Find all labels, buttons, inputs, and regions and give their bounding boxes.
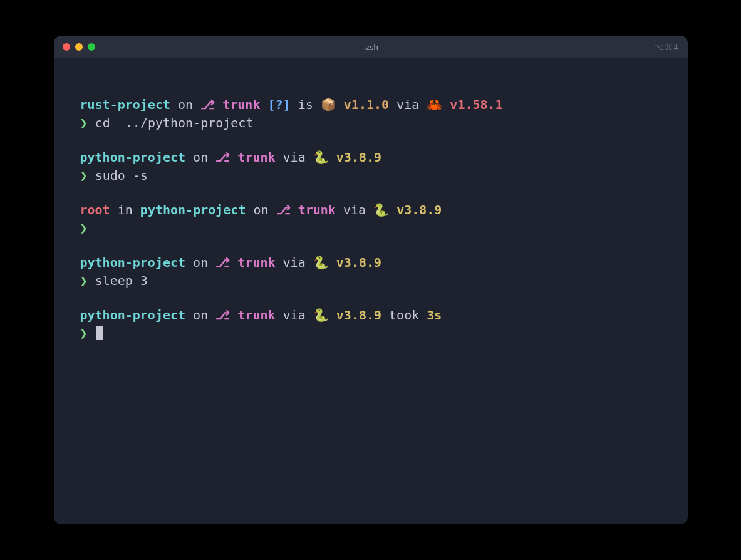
shortcut-hint: ⌥⌘4 bbox=[655, 43, 678, 52]
segment-gicon: ⎇ bbox=[215, 150, 237, 165]
command-text: sudo -s bbox=[88, 168, 148, 183]
zoom-icon[interactable] bbox=[88, 43, 95, 51]
segment-muted: on bbox=[185, 255, 215, 270]
segment-muted bbox=[260, 97, 267, 112]
prompt-block: python-project on ⎇ trunk via 🐍 v3.8.9 t… bbox=[80, 306, 661, 343]
segment-ver-r: v1.58.1 bbox=[450, 97, 502, 112]
segment-gicon: ⎇ bbox=[215, 308, 237, 323]
segment-muted: via bbox=[276, 308, 313, 323]
command-text bbox=[88, 326, 95, 341]
prompt-block: python-project on ⎇ trunk via 🐍 v3.8.9❯ … bbox=[80, 254, 661, 290]
segment-muted: on bbox=[170, 97, 200, 112]
segment-muted: on bbox=[246, 202, 276, 217]
segment-muted: on bbox=[185, 150, 215, 165]
segment-dir: python-project bbox=[140, 202, 246, 217]
prompt-context-line: python-project on ⎇ trunk via 🐍 v3.8.9 bbox=[80, 254, 661, 272]
command-line[interactable]: ❯ bbox=[80, 219, 661, 237]
segment-branch: trunk bbox=[237, 255, 275, 270]
segment-ver-y: v3.8.9 bbox=[336, 308, 381, 323]
command-text: sleep 3 bbox=[88, 273, 148, 288]
command-line[interactable]: ❯ sudo -s bbox=[80, 167, 661, 185]
prompt-block: rust-project on ⎇ trunk [?] is 📦 v1.1.0 … bbox=[80, 96, 661, 132]
segment-branch: trunk bbox=[222, 97, 260, 112]
prompt-symbol: ❯ bbox=[80, 220, 88, 236]
segment-ver-y: v3.8.9 bbox=[396, 202, 442, 217]
segment-muted: on bbox=[185, 308, 215, 323]
segment-root: root bbox=[80, 202, 110, 217]
segment-gicon: ⎇ bbox=[215, 255, 237, 270]
segment-gicon: ⎇ bbox=[276, 202, 298, 217]
prompt-block: root in python-project on ⎇ trunk via 🐍 … bbox=[80, 201, 661, 237]
segment-muted: via bbox=[276, 150, 313, 165]
terminal-window: -zsh ⌥⌘4 rust-project on ⎇ trunk [?] is … bbox=[54, 36, 688, 524]
segment-ver-y: v3.8.9 bbox=[336, 150, 381, 165]
command-line[interactable]: ❯ bbox=[80, 324, 661, 343]
command-line[interactable]: ❯ sleep 3 bbox=[80, 272, 661, 290]
segment-brack: [?] bbox=[267, 97, 290, 112]
segment-muted: via bbox=[276, 255, 313, 270]
window-title: -zsh bbox=[54, 43, 688, 52]
segment-dir: rust-project bbox=[80, 97, 171, 112]
segment-muted: via bbox=[389, 97, 427, 112]
segment-ver-y: 🐍 bbox=[313, 255, 336, 270]
segment-ver-y: v3.8.9 bbox=[336, 255, 381, 270]
segment-pkg: 📦 bbox=[321, 97, 344, 112]
traffic-lights bbox=[63, 43, 95, 51]
segment-muted: took bbox=[381, 308, 427, 323]
prompt-context-line: root in python-project on ⎇ trunk via 🐍 … bbox=[80, 201, 661, 219]
segment-ver-y: 🐍 bbox=[373, 202, 396, 217]
prompt-symbol: ❯ bbox=[80, 115, 88, 130]
segment-ver-r: 🦀 bbox=[427, 97, 450, 112]
segment-ver-y: 🐍 bbox=[313, 150, 336, 165]
segment-muted: in bbox=[110, 202, 140, 217]
prompt-symbol: ❯ bbox=[80, 273, 88, 288]
segment-branch: trunk bbox=[237, 150, 275, 165]
command-text: cd ../python-project bbox=[88, 115, 254, 130]
segment-branch: trunk bbox=[298, 202, 336, 217]
prompt-context-line: python-project on ⎇ trunk via 🐍 v3.8.9 t… bbox=[80, 306, 661, 324]
segment-pkg: v1.1.0 bbox=[344, 97, 389, 112]
segment-yellow: 3s bbox=[427, 308, 442, 323]
segment-branch: trunk bbox=[237, 308, 275, 323]
close-icon[interactable] bbox=[63, 43, 70, 51]
minimize-icon[interactable] bbox=[75, 43, 83, 51]
command-text bbox=[88, 220, 95, 236]
prompt-context-line: rust-project on ⎇ trunk [?] is 📦 v1.1.0 … bbox=[80, 96, 661, 114]
prompt-context-line: python-project on ⎇ trunk via 🐍 v3.8.9 bbox=[80, 148, 661, 167]
segment-dir: python-project bbox=[80, 255, 186, 270]
titlebar: -zsh ⌥⌘4 bbox=[54, 36, 688, 58]
segment-ver-y: 🐍 bbox=[313, 308, 336, 323]
terminal-body[interactable]: rust-project on ⎇ trunk [?] is 📦 v1.1.0 … bbox=[54, 58, 688, 524]
segment-muted: via bbox=[336, 202, 373, 217]
segment-dir: python-project bbox=[80, 308, 186, 323]
segment-muted: is bbox=[291, 97, 321, 112]
prompt-symbol: ❯ bbox=[80, 168, 88, 183]
segment-dir: python-project bbox=[80, 150, 186, 165]
segment-gicon: ⎇ bbox=[200, 97, 222, 112]
prompt-block: python-project on ⎇ trunk via 🐍 v3.8.9❯ … bbox=[80, 148, 661, 185]
prompt-symbol: ❯ bbox=[80, 326, 88, 341]
cursor bbox=[96, 326, 103, 340]
command-line[interactable]: ❯ cd ../python-project bbox=[80, 114, 661, 132]
